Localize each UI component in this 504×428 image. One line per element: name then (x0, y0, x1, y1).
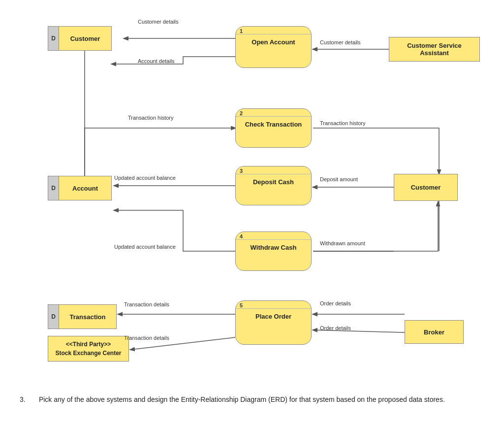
process-withdraw-cash: 4 Withdraw Cash (235, 231, 312, 271)
label-withdrawn-amount: Withdrawn amount (320, 240, 365, 246)
label-transaction-details-1: Transaction details (124, 301, 169, 307)
label-transaction-history-left: Transaction history (128, 115, 174, 121)
process-num-3: 3 (236, 166, 311, 174)
label-order-details-1: Order details (320, 300, 351, 306)
question-content: Pick any of the above systems and design… (39, 395, 445, 403)
label-customer-details-right: Customer details (320, 39, 361, 45)
process-deposit-cash: 3 Deposit Cash (235, 166, 312, 205)
label-updated-balance-2: Updated account balance (114, 244, 176, 250)
process-label-3: Deposit Cash (236, 174, 311, 190)
label-customer-details-top: Customer details (138, 19, 179, 25)
ext-actor-csa: Customer Service Assistant (389, 37, 480, 62)
process-num-1: 1 (236, 27, 311, 34)
actor-d-transaction: D (48, 305, 59, 329)
process-label-2: Check Transaction (236, 117, 311, 132)
actor-label-transaction: Transaction (59, 305, 116, 329)
actor-label-account: Account (59, 176, 111, 200)
label-updated-balance-1: Updated account balance (114, 175, 176, 181)
label-transaction-details-2: Transaction details (124, 335, 169, 341)
label-transaction-history-right: Transaction history (320, 120, 366, 126)
actor-d-customer: D (48, 27, 59, 50)
label-order-details-2: Order details (320, 325, 351, 331)
process-check-transaction: 2 Check Transaction (235, 108, 312, 148)
actor-d-account: D (48, 176, 59, 200)
process-num-4: 4 (236, 232, 311, 240)
label-account-details: Account details (138, 58, 175, 64)
diagram-area: D Customer D Account D Transaction Custo… (11, 10, 493, 384)
actor-account: D Account (48, 176, 112, 200)
bottom-text: 3. Pick any of the above systems and des… (10, 394, 494, 405)
process-num-2: 2 (236, 109, 311, 117)
label-deposit-amount: Deposit amount (320, 176, 358, 182)
process-label-4: Withdraw Cash (236, 240, 311, 255)
process-label-1: Open Account (236, 34, 311, 50)
ext-actor-broker: Broker (405, 320, 464, 344)
actor-transaction: D Transaction (48, 304, 117, 329)
ext-actor-third-party: <<Third Party>>Stock Exchange Center (48, 336, 129, 362)
process-label-5: Place Order (236, 309, 311, 324)
question-number: 3. (20, 395, 26, 403)
process-num-5: 5 (236, 301, 311, 309)
process-open-account: 1 Open Account (235, 26, 312, 68)
process-place-order: 5 Place Order (235, 300, 312, 345)
actor-customer-top: D Customer (48, 26, 112, 51)
actor-label-customer: Customer (59, 27, 111, 50)
ext-actor-customer-right: Customer (394, 174, 458, 201)
